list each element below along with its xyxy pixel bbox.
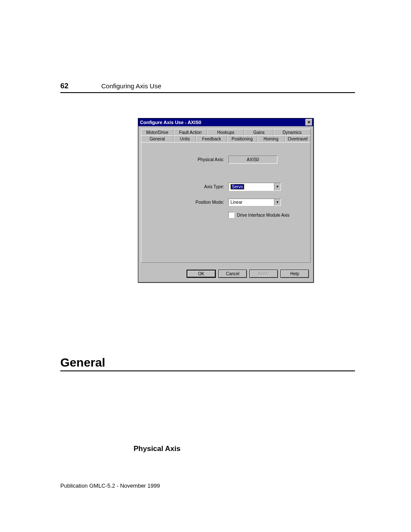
apply-button: Apply xyxy=(249,270,278,278)
tab-panel-general: Physical Axis: AXIS0 Axis Type: Servo ▼ … xyxy=(141,142,311,263)
tab-row-front: GeneralUnitsFeedbackPositioningHomingOve… xyxy=(141,135,311,142)
subheading-physical-axis: Physical Axis xyxy=(134,445,355,453)
close-icon[interactable]: ✕ xyxy=(305,119,312,126)
physical-axis-row: Physical Axis: AXIS0 xyxy=(189,156,302,164)
section-heading-general: General xyxy=(60,356,355,371)
tab-dynamics[interactable]: Dynamics xyxy=(274,129,311,136)
tab-row-back: Motor/DriveFault ActionHookupsGainsDynam… xyxy=(141,129,311,136)
tabs-area: Motor/DriveFault ActionHookupsGainsDynam… xyxy=(138,126,313,266)
axis-type-label: Axis Type: xyxy=(189,184,228,189)
tab-general[interactable]: General xyxy=(141,135,174,142)
tab-gains[interactable]: Gains xyxy=(244,129,274,136)
physical-axis-value: AXIS0 xyxy=(228,156,277,164)
axis-type-value: Servo xyxy=(230,184,244,190)
chevron-down-icon[interactable]: ▼ xyxy=(274,183,280,190)
tab-hookups[interactable]: Hookups xyxy=(207,129,244,136)
document-page: 62 Configuring Axis Use Configure Axis U… xyxy=(0,0,411,532)
tab-fault-action[interactable]: Fault Action xyxy=(174,129,207,136)
tab-feedback[interactable]: Feedback xyxy=(196,135,227,142)
help-button[interactable]: Help xyxy=(280,270,309,278)
page-header-title: Configuring Axis Use xyxy=(101,82,161,90)
physical-axis-label: Physical Axis: xyxy=(189,157,228,162)
position-mode-value: Linear xyxy=(229,199,274,205)
position-mode-row: Position Mode: Linear ▼ xyxy=(189,199,302,206)
page-number: 62 xyxy=(60,82,101,90)
drive-interface-checkbox[interactable] xyxy=(228,212,234,218)
tab-homing[interactable]: Homing xyxy=(257,135,285,142)
axis-type-dropdown[interactable]: Servo ▼ xyxy=(228,183,281,191)
drive-interface-label: Drive Interface Module Axis xyxy=(237,213,290,218)
drive-interface-row: Drive Interface Module Axis xyxy=(228,212,302,218)
dialog-screenshot: Configure Axis Use - AXIS0 ✕ Motor/Drive… xyxy=(138,118,314,283)
position-mode-dropdown[interactable]: Linear ▼ xyxy=(228,199,281,206)
dialog-title: Configure Axis Use - AXIS0 xyxy=(140,120,201,125)
dialog-button-row: OK Cancel Apply Help xyxy=(138,266,313,282)
tab-overtravel[interactable]: Overtravel xyxy=(285,135,311,142)
tab-motor-drive[interactable]: Motor/Drive xyxy=(141,129,174,136)
cancel-button[interactable]: Cancel xyxy=(218,270,247,278)
publication-footer: Publication GMLC-5.2 - November 1999 xyxy=(60,482,160,489)
configure-axis-dialog: Configure Axis Use - AXIS0 ✕ Motor/Drive… xyxy=(138,118,314,283)
tab-rows: Motor/DriveFault ActionHookupsGainsDynam… xyxy=(141,129,311,143)
axis-type-row: Axis Type: Servo ▼ xyxy=(189,183,302,191)
ok-button[interactable]: OK xyxy=(187,270,216,278)
position-mode-label: Position Mode: xyxy=(189,200,228,205)
tab-units[interactable]: Units xyxy=(174,135,196,142)
tab-positioning[interactable]: Positioning xyxy=(227,135,257,142)
page-header: 62 Configuring Axis Use xyxy=(60,82,355,93)
dialog-titlebar: Configure Axis Use - AXIS0 ✕ xyxy=(138,118,313,126)
chevron-down-icon[interactable]: ▼ xyxy=(274,199,280,205)
